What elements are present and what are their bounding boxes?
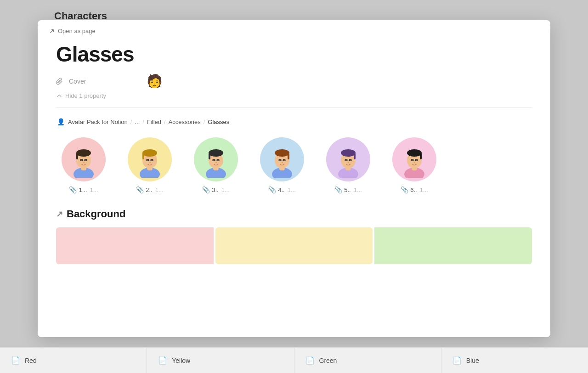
avatar-figure-3 (198, 141, 234, 178)
avatar-circle-6 (392, 137, 436, 181)
breadcrumb-sep-4: / (204, 119, 205, 125)
bottom-item-blue-icon: 📄 (452, 356, 462, 365)
avatar-card-1[interactable]: 📎 1... 1... (56, 137, 111, 193)
avatar-circle-5 (326, 137, 370, 181)
card-label-3: 📎 3.. 1... (202, 186, 230, 193)
cover-property-row: Cover 🧑 (56, 75, 532, 88)
bottom-item-yellow-icon: 📄 (158, 356, 167, 365)
avatar-cards-grid: 📎 1... 1... (56, 137, 532, 193)
svg-rect-13 (142, 153, 144, 159)
bottom-item-red[interactable]: 📄 Red (0, 347, 147, 373)
card-label-6: 📎 6.. 1... (401, 186, 428, 193)
avatar-figure-6 (396, 141, 433, 178)
bottom-item-red-label: Red (25, 357, 37, 364)
avatar-circle-1 (62, 137, 106, 181)
bottom-item-blue[interactable]: 📄 Blue (441, 347, 588, 373)
breadcrumb-ellipsis[interactable]: ... (135, 119, 140, 125)
bottom-item-red-icon: 📄 (11, 356, 20, 365)
open-as-page-icon (49, 28, 55, 34)
bottom-item-green-label: Green (319, 357, 337, 364)
svg-point-12 (142, 149, 157, 157)
divider (56, 107, 532, 108)
avatar-card-4[interactable]: 📎 4.. 1... (254, 137, 310, 193)
avatar-card-3[interactable]: 📎 3.. 1... (188, 137, 243, 193)
breadcrumb-root[interactable]: Avatar Pack for Notion (68, 119, 128, 125)
arrow-up-right-icon: ↗ (56, 209, 63, 219)
bg-card-green[interactable] (374, 227, 532, 264)
avatar-figure-4 (264, 141, 300, 178)
svg-point-21 (209, 149, 223, 157)
card-label-2: 📎 2.. 1... (136, 186, 164, 193)
avatar-card-6[interactable]: 📎 6.. 1... (387, 137, 442, 193)
svg-point-17 (149, 162, 151, 164)
chevron-up-icon (56, 93, 62, 99)
svg-point-39 (341, 149, 356, 157)
avatar-card-5[interactable]: 📎 5.. 1... (321, 137, 376, 193)
breadcrumb-sep-2: / (142, 119, 144, 125)
card-label-4: 📎 4.. 1... (268, 186, 296, 193)
svg-point-8 (83, 162, 85, 164)
svg-point-35 (281, 162, 283, 164)
avatar-card-2[interactable]: 📎 2.. 1... (122, 137, 177, 193)
breadcrumb-glasses[interactable]: Glasses (208, 119, 229, 125)
bottom-item-green-icon: 📄 (305, 356, 315, 365)
bg-card-yellow[interactable] (215, 227, 373, 264)
svg-point-44 (347, 162, 349, 164)
page-title: Glasses (56, 42, 532, 67)
bottom-item-green[interactable]: 📄 Green (294, 347, 441, 373)
cover-avatar-icon: 🧑 (147, 75, 163, 88)
bottom-bar: 📄 Red 📄 Yellow 📄 Green 📄 Blue (0, 347, 588, 373)
breadcrumb-sep-3: / (164, 119, 166, 125)
open-as-page-label: Open as page (58, 28, 96, 34)
breadcrumb-sep-1: / (130, 119, 132, 125)
breadcrumb-avatar-icon: 👤 (56, 117, 65, 126)
breadcrumb-accessories[interactable]: Accessories (169, 119, 201, 125)
background-section-header: ↗ Background (56, 208, 532, 220)
svg-point-48 (407, 149, 422, 157)
open-as-page-button[interactable]: Open as page (38, 20, 550, 34)
avatar-figure-2 (131, 141, 168, 178)
breadcrumb-filled[interactable]: Filled (147, 119, 161, 125)
avatar-circle-3 (194, 137, 238, 181)
avatar-circle-2 (128, 137, 172, 181)
modal: Open as page Glasses Cover 🧑 Hide 1 prop… (38, 20, 550, 337)
bottom-item-blue-label: Blue (466, 357, 479, 364)
background-section-title: Background (67, 208, 125, 220)
bg-card-red[interactable] (56, 227, 214, 264)
svg-rect-22 (209, 153, 210, 159)
svg-rect-40 (354, 153, 356, 159)
hide-property-button[interactable]: Hide 1 property (56, 92, 532, 99)
bottom-item-yellow-label: Yellow (172, 357, 190, 364)
svg-point-53 (413, 162, 415, 164)
bg-cards-container (56, 227, 532, 264)
avatar-circle-4 (260, 137, 304, 181)
cover-label: Cover (69, 78, 86, 85)
svg-rect-49 (420, 153, 422, 159)
svg-rect-31 (288, 153, 289, 159)
paperclip-icon (56, 78, 63, 85)
card-label-1: 📎 1... 1... (69, 186, 98, 193)
breadcrumb: 👤 Avatar Pack for Notion / ... / Filled … (56, 117, 532, 126)
card-label-5: 📎 5.. 1... (334, 186, 362, 193)
bottom-item-yellow[interactable]: 📄 Yellow (147, 347, 294, 373)
svg-point-26 (215, 162, 217, 164)
svg-point-30 (275, 149, 289, 157)
avatar-figure-5 (330, 141, 367, 178)
svg-point-3 (76, 149, 91, 157)
svg-rect-4 (76, 153, 78, 159)
avatar-figure-1 (65, 141, 102, 178)
hide-property-label: Hide 1 property (65, 92, 106, 99)
